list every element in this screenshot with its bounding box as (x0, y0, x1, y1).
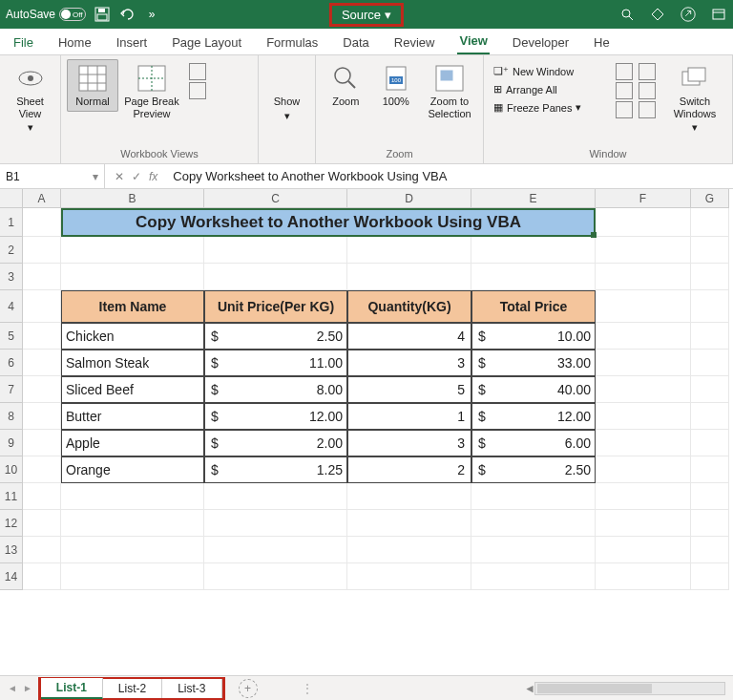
cell-qty[interactable]: 4 (347, 323, 471, 350)
row-header[interactable]: 1 (0, 208, 23, 237)
diamond-icon[interactable] (649, 6, 666, 23)
sheet-tab[interactable]: List-3 (162, 679, 221, 698)
cell-qty[interactable]: 5 (347, 376, 471, 403)
custom-views-icon[interactable] (189, 82, 206, 99)
switch-windows-button[interactable]: Switch Windows▾ (663, 59, 726, 138)
normal-view-button[interactable]: Normal (67, 59, 118, 112)
row-header[interactable]: 10 (0, 456, 23, 483)
cell-unit-price[interactable]: $8.00 (204, 376, 347, 403)
tab-help-trunc[interactable]: He (592, 30, 612, 54)
row-header[interactable]: 3 (0, 264, 23, 290)
new-window-button[interactable]: ❏⁺New Window (490, 63, 614, 79)
scroll-arrow-left[interactable]: ◄ (524, 682, 535, 695)
row-header[interactable]: 12 (0, 510, 23, 537)
tab-formulas[interactable]: Formulas (264, 30, 320, 54)
col-header[interactable]: A (23, 189, 61, 208)
table-header[interactable]: Quantity(KG) (347, 290, 471, 323)
share-icon[interactable] (680, 6, 697, 23)
tab-data[interactable]: Data (341, 30, 370, 54)
cell[interactable] (23, 208, 61, 237)
horizontal-scrollbar[interactable]: ◄ (534, 682, 725, 695)
worksheet-grid[interactable]: A B C D E F G 1 Copy Worksheet to Anothe… (0, 189, 733, 590)
sheet-tab[interactable]: List-2 (103, 679, 162, 698)
search-icon[interactable] (618, 6, 636, 23)
split-icon[interactable] (616, 63, 633, 80)
row-header[interactable]: 9 (0, 430, 23, 456)
col-header[interactable]: B (61, 189, 204, 208)
cell-qty[interactable]: 3 (347, 430, 471, 456)
row-header[interactable]: 7 (0, 376, 23, 403)
cell-qty[interactable]: 1 (347, 403, 471, 430)
zoom-selection-button[interactable]: Zoom to Selection (422, 59, 477, 123)
row-header[interactable]: 11 (0, 483, 23, 510)
zoom-button[interactable]: Zoom (322, 59, 370, 112)
row-header[interactable]: 6 (0, 350, 23, 376)
undo-icon[interactable] (118, 6, 136, 23)
cell-total[interactable]: $12.00 (471, 403, 596, 430)
cell-qty[interactable]: 2 (347, 456, 471, 483)
cell-qty[interactable]: 3 (347, 350, 471, 376)
add-sheet-button[interactable]: + (239, 679, 258, 698)
table-header[interactable]: Total Price (471, 290, 596, 323)
sheet-view-button[interactable]: Sheet View▾ (6, 59, 54, 138)
row-header[interactable]: 8 (0, 403, 23, 430)
arrange-all-button[interactable]: ⊞Arrange All (490, 81, 614, 97)
cell-unit-price[interactable]: $2.00 (204, 430, 347, 456)
cell-total[interactable]: $10.00 (471, 323, 596, 350)
table-header[interactable]: Item Name (61, 290, 204, 323)
more-qat-icon[interactable]: » (143, 6, 160, 23)
tab-developer[interactable]: Developer (511, 30, 571, 54)
tab-review[interactable]: Review (392, 30, 437, 54)
tab-view[interactable]: View (457, 28, 489, 54)
cell-unit-price[interactable]: $2.50 (204, 323, 347, 350)
cell-item[interactable]: Orange (61, 456, 204, 483)
row-header[interactable]: 2 (0, 237, 23, 264)
tab-home[interactable]: Home (56, 30, 94, 54)
freeze-panes-button[interactable]: ▦Freeze Panes ▾ (490, 99, 614, 116)
cell-item[interactable]: Apple (61, 430, 204, 456)
cell-total[interactable]: $40.00 (471, 376, 596, 403)
row-header[interactable]: 13 (0, 537, 23, 563)
formula-input[interactable]: Copy Worksheet to Another Workbook Using… (167, 169, 733, 183)
col-header[interactable]: C (204, 189, 347, 208)
select-all-corner[interactable] (0, 189, 23, 208)
cell-item[interactable]: Chicken (61, 323, 204, 350)
cell-unit-price[interactable]: $12.00 (204, 403, 347, 430)
cell-total[interactable]: $6.00 (471, 430, 596, 456)
sheet-nav-next[interactable]: ► (23, 683, 32, 693)
window-controls-icon[interactable] (710, 6, 727, 23)
cell-unit-price[interactable]: $1.25 (204, 456, 347, 483)
cell-item[interactable]: Sliced Beef (61, 376, 204, 403)
col-header[interactable]: D (347, 189, 471, 208)
col-header[interactable]: G (691, 189, 729, 208)
page-break-button[interactable]: Page Break Preview (120, 59, 183, 123)
tab-file[interactable]: File (11, 30, 35, 54)
page-layout-icon[interactable] (189, 63, 206, 80)
name-box[interactable]: B1▾ (0, 164, 105, 188)
fx-icon[interactable]: fx (149, 170, 157, 183)
cell-total[interactable]: $2.50 (471, 456, 596, 483)
save-icon[interactable] (94, 6, 111, 23)
col-header[interactable]: E (471, 189, 596, 208)
hide-icon[interactable] (616, 82, 633, 99)
show-button[interactable]: Show▾ (264, 92, 309, 125)
cancel-icon[interactable]: ✕ (115, 170, 124, 183)
col-header[interactable]: F (596, 189, 691, 208)
tab-insert[interactable]: Insert (115, 30, 150, 54)
row-header[interactable]: 4 (0, 290, 23, 323)
autosave-toggle[interactable]: AutoSave Off (6, 8, 86, 21)
tab-page-layout[interactable]: Page Layout (170, 30, 243, 54)
cell-unit-price[interactable]: $11.00 (204, 350, 347, 376)
view-side-icon[interactable] (639, 63, 656, 80)
cell[interactable] (691, 208, 729, 237)
cell[interactable] (596, 208, 691, 237)
row-header[interactable]: 5 (0, 323, 23, 350)
row-header[interactable]: 14 (0, 563, 23, 590)
sheet-tab[interactable]: List-1 (41, 678, 103, 699)
unhide-icon[interactable] (616, 101, 633, 118)
accept-icon[interactable]: ✓ (132, 170, 141, 183)
title-cell[interactable]: Copy Worksheet to Another Workbook Using… (61, 208, 596, 237)
cell-item[interactable]: Salmon Steak (61, 350, 204, 376)
sync-scroll-icon[interactable] (639, 82, 656, 99)
cell-item[interactable]: Butter (61, 403, 204, 430)
